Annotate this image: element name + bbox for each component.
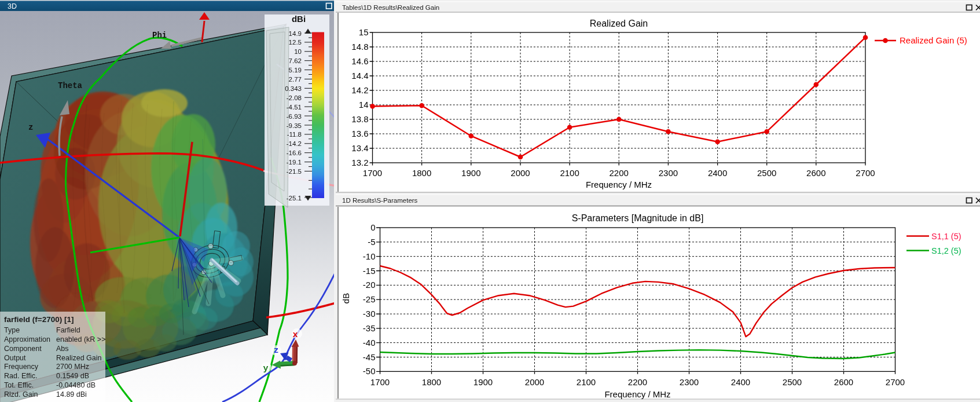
svg-text:10: 10	[294, 48, 302, 55]
svg-text:7.62: 7.62	[289, 57, 302, 64]
svg-text:3D: 3D	[8, 2, 17, 10]
svg-text:Approximation: Approximation	[4, 335, 50, 343]
svg-text:2100: 2100	[560, 168, 579, 178]
svg-text:-25.1: -25.1	[287, 195, 302, 202]
svg-text:1800: 1800	[412, 168, 431, 178]
svg-text:-11.8: -11.8	[287, 131, 302, 138]
svg-text:2400: 2400	[708, 168, 727, 178]
svg-text:-16.6: -16.6	[287, 149, 302, 156]
svg-text:farfield (f=2700) [1]: farfield (f=2700) [1]	[4, 315, 74, 324]
svg-text:14.9: 14.9	[289, 30, 302, 37]
svg-text:-25: -25	[363, 294, 376, 304]
svg-text:2.77: 2.77	[289, 76, 302, 83]
svg-text:2700 MHz: 2700 MHz	[56, 363, 89, 371]
svg-text:Farfield: Farfield	[56, 326, 80, 334]
svg-text:-2.08: -2.08	[287, 94, 302, 101]
svg-text:2400: 2400	[731, 377, 750, 387]
svg-text:Tables\1D Results\Realized Gai: Tables\1D Results\Realized Gain	[342, 4, 439, 11]
svg-text:Realized Gain: Realized Gain	[56, 354, 102, 362]
svg-text:1900: 1900	[474, 377, 493, 387]
svg-text:-5: -5	[368, 237, 375, 247]
svg-text:5.19: 5.19	[289, 67, 302, 74]
svg-text:2600: 2600	[806, 168, 825, 178]
svg-text:dB: dB	[341, 293, 351, 304]
svg-text:z: z	[273, 346, 278, 356]
svg-text:Realized Gain (5): Realized Gain (5)	[900, 35, 967, 45]
svg-text:enabled (kR >>: enabled (kR >>	[56, 335, 105, 343]
svg-text:14.2: 14.2	[351, 85, 368, 95]
svg-text:2700: 2700	[886, 377, 905, 387]
svg-text:14.89 dBi: 14.89 dBi	[56, 390, 87, 399]
svg-text:0.343: 0.343	[285, 85, 302, 92]
svg-text:Realized Gain: Realized Gain	[590, 19, 648, 28]
svg-text:-4.51: -4.51	[287, 104, 302, 111]
svg-text:13.2: 13.2	[351, 158, 368, 167]
svg-text:-21.5: -21.5	[287, 168, 302, 175]
svg-text:-30: -30	[363, 309, 376, 319]
svg-text:-35: -35	[363, 323, 376, 333]
svg-text:14.6: 14.6	[351, 56, 368, 66]
svg-text:Rlzd. Gain: Rlzd. Gain	[4, 390, 38, 399]
svg-text:14: 14	[359, 100, 369, 109]
svg-text:-50: -50	[363, 366, 376, 376]
svg-text:0.1549 dB: 0.1549 dB	[56, 372, 89, 380]
svg-text:-45: -45	[363, 352, 376, 362]
svg-text:-15: -15	[363, 266, 376, 276]
svg-text:1800: 1800	[422, 377, 441, 387]
svg-text:15: 15	[359, 27, 369, 37]
svg-text:Frequency / MHz: Frequency / MHz	[604, 389, 670, 399]
svg-text:S1,1 (5): S1,1 (5)	[931, 232, 961, 241]
svg-text:2300: 2300	[680, 377, 699, 387]
svg-text:-40: -40	[363, 338, 376, 348]
svg-text:13.6: 13.6	[351, 129, 368, 138]
svg-text:-9.35: -9.35	[287, 122, 302, 129]
svg-text:y: y	[263, 364, 268, 374]
svg-text:dBi: dBi	[292, 14, 306, 24]
svg-text:-10: -10	[363, 251, 376, 261]
svg-text:2600: 2600	[834, 377, 853, 387]
svg-text:1700: 1700	[370, 377, 390, 387]
svg-text:-14.2: -14.2	[287, 140, 302, 147]
svg-text:x: x	[292, 330, 298, 340]
svg-text:Theta: Theta	[58, 81, 83, 90]
svg-text:-0.04480 dB: -0.04480 dB	[56, 381, 96, 389]
svg-text:2500: 2500	[783, 377, 802, 387]
svg-text:1900: 1900	[461, 168, 480, 178]
svg-text:13.4: 13.4	[351, 143, 368, 153]
svg-text:2500: 2500	[757, 168, 776, 178]
svg-text:-19.1: -19.1	[287, 159, 302, 166]
svg-text:1D Results\S-Parameters: 1D Results\S-Parameters	[342, 197, 418, 204]
svg-text:Rad. Effic.: Rad. Effic.	[4, 372, 37, 380]
svg-text:14.8: 14.8	[351, 42, 368, 52]
svg-text:2000: 2000	[511, 168, 530, 178]
svg-text:Phi: Phi	[152, 31, 167, 40]
svg-text:1700: 1700	[363, 168, 382, 178]
svg-text:z: z	[28, 123, 33, 132]
svg-text:Frequency: Frequency	[4, 363, 39, 371]
svg-text:13.8: 13.8	[351, 114, 368, 124]
svg-text:-6.93: -6.93	[287, 113, 302, 120]
svg-text:2100: 2100	[577, 377, 596, 387]
svg-text:-20: -20	[363, 280, 376, 290]
svg-text:Abs: Abs	[56, 345, 69, 353]
svg-text:S-Parameters [Magnitude in dB]: S-Parameters [Magnitude in dB]	[572, 213, 704, 223]
svg-text:Tot. Effic.: Tot. Effic.	[4, 381, 34, 389]
svg-text:Component: Component	[4, 345, 42, 353]
svg-text:2200: 2200	[610, 168, 629, 178]
svg-text:0: 0	[370, 222, 375, 232]
svg-text:Output: Output	[4, 354, 26, 362]
svg-text:Frequency / MHz: Frequency / MHz	[586, 180, 652, 189]
svg-text:2000: 2000	[525, 377, 544, 387]
svg-text:2300: 2300	[659, 168, 678, 178]
svg-text:S1,2 (5): S1,2 (5)	[931, 246, 961, 255]
svg-text:2700: 2700	[856, 168, 875, 178]
svg-text:14.4: 14.4	[351, 71, 368, 81]
svg-text:Type: Type	[4, 326, 20, 334]
svg-text:2200: 2200	[628, 377, 647, 387]
svg-text:12.5: 12.5	[289, 39, 302, 46]
